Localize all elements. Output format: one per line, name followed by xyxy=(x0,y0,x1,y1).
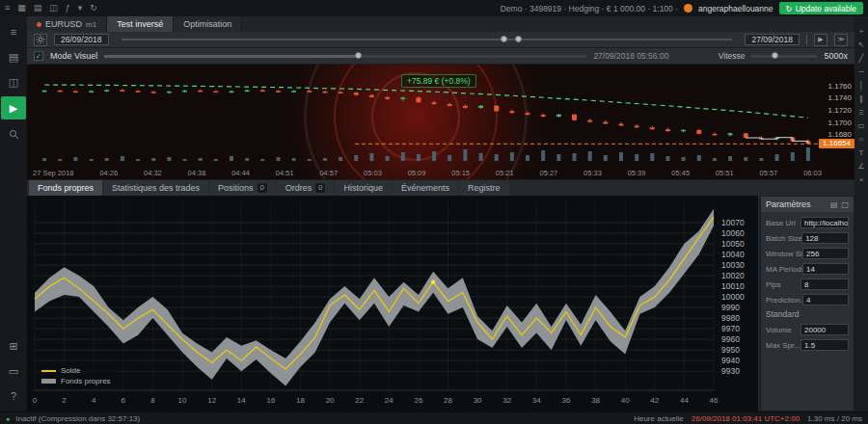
param-input-prediction[interactable]: 4 xyxy=(802,294,849,305)
parameters-header: Paramètres ▤▢ xyxy=(761,197,854,212)
layouts-icon[interactable]: ◫ xyxy=(49,4,58,13)
time-label: 06:03 xyxy=(803,169,822,177)
date-range-slider[interactable] xyxy=(122,39,733,40)
param-row-prediction: Prediction...4 xyxy=(766,294,849,305)
symbol-label: EURUSD xyxy=(45,19,82,29)
avatar[interactable] xyxy=(684,4,692,13)
settings-button[interactable] xyxy=(34,34,47,46)
angle-icon[interactable]: ∠ xyxy=(857,163,864,171)
legend-fp-label: Fonds propres xyxy=(61,376,111,386)
svg-text:0: 0 xyxy=(33,396,38,405)
tab-fonds-propres[interactable]: Fonds propres xyxy=(29,180,102,196)
statusbar-right: Heure actuelle 26/09/2018 01:03:41 UTC+2… xyxy=(634,414,862,423)
journal-icon[interactable]: ◫ xyxy=(2,71,25,93)
apps-icon[interactable]: ⊞ xyxy=(2,335,25,357)
left-sidebar-top: ≡▤◫▶ xyxy=(1,19,26,146)
backtester-icon[interactable]: ▶ xyxy=(1,96,26,119)
param-input-base-url[interactable]: http://localhost:50 xyxy=(800,217,849,228)
svg-text:9970: 9970 xyxy=(721,324,740,333)
time-label: 05:39 xyxy=(628,169,646,177)
main-menu-icon[interactable]: ≡ xyxy=(5,4,10,13)
time-label: 04:57 xyxy=(319,169,338,177)
tab-optimisation[interactable]: Optimisation xyxy=(174,16,242,32)
text-icon[interactable]: T xyxy=(859,149,864,157)
account-info[interactable]: Demo · 3498919 · Hedging · € 1 000.00 · … xyxy=(501,4,678,13)
param-label: Prediction... xyxy=(766,296,802,305)
statusbar: ● Inactif (Compression dans 32:57:13) He… xyxy=(0,411,868,424)
tab-ordres[interactable]: Ordres0 xyxy=(277,180,335,196)
param-label: MA Periods xyxy=(766,265,802,274)
play-button[interactable]: ▶ xyxy=(814,34,827,46)
svg-text:10050: 10050 xyxy=(721,239,745,249)
date-from-input[interactable]: 26/09/2018 xyxy=(54,34,109,45)
playback-progress-slider[interactable] xyxy=(104,55,586,58)
tab-test-inverse[interactable]: Test inversé xyxy=(107,16,174,32)
menu-icon[interactable]: ≡ xyxy=(2,21,25,42)
speed-slider[interactable] xyxy=(751,55,817,58)
tab-evenements[interactable]: Événements xyxy=(393,180,458,196)
param-input-window-size[interactable]: 256 xyxy=(802,248,849,259)
svg-text:9990: 9990 xyxy=(721,303,740,312)
param-input-max-spread[interactable]: 1.5 xyxy=(800,339,849,351)
price-chart[interactable]: +75.89 € (+0.8%) 1.17601.17401.17201.170… xyxy=(27,65,854,179)
time-label: 05:33 xyxy=(583,169,602,177)
svg-text:9950: 9950 xyxy=(721,345,740,355)
visual-mode-checkbox[interactable]: ✓ xyxy=(34,51,43,61)
charts-icon[interactable]: ▤ xyxy=(2,46,25,67)
count-badge: 0 xyxy=(315,183,325,193)
param-input-volume[interactable]: 20000 xyxy=(800,324,849,335)
indicators-icon[interactable]: ƒ xyxy=(66,4,70,13)
svg-text:38: 38 xyxy=(591,396,600,405)
trend-line-icon[interactable]: ╱ xyxy=(859,55,864,63)
refresh-icon[interactable]: ↻ xyxy=(90,4,97,13)
zoom-icon[interactable] xyxy=(2,123,25,145)
svg-text:24: 24 xyxy=(385,396,393,405)
time-axis: 27 Sep 201804:2604:3204:3804:4404:5104:5… xyxy=(33,169,822,177)
cursor-icon[interactable]: ↖ xyxy=(858,41,865,49)
panel-popout-icon[interactable]: ▢ xyxy=(841,200,849,209)
watchlist-icon[interactable]: ▤ xyxy=(34,4,42,13)
remove-drawing-icon[interactable]: × xyxy=(859,176,864,184)
update-button[interactable]: ↻ Update available xyxy=(779,2,863,14)
rectangle-icon[interactable]: ▭ xyxy=(857,122,865,130)
svg-text:22: 22 xyxy=(355,396,364,405)
param-row-ma-periods: MA Periods14 xyxy=(766,263,849,275)
panel-layout-icon[interactable]: ▤ xyxy=(830,200,838,209)
tab-label: Statistiques des trades xyxy=(112,183,200,193)
tab-stats-trades[interactable]: Statistiques des trades xyxy=(103,180,208,196)
horizontal-line-icon[interactable]: ─ xyxy=(858,68,864,76)
progress-handle[interactable] xyxy=(355,52,362,59)
range-handle-end[interactable] xyxy=(515,36,522,42)
help-icon[interactable]: ? xyxy=(2,385,25,407)
username[interactable]: angeraphaellouanne xyxy=(698,4,773,13)
tab-registre[interactable]: Registre xyxy=(459,180,509,196)
param-input-ma-periods[interactable]: 14 xyxy=(802,263,849,275)
chart-legend: Solde Fonds propres xyxy=(37,363,116,388)
parameters-title: Paramètres xyxy=(766,199,811,209)
tab-historique[interactable]: Historique xyxy=(335,180,392,196)
vertical-line-icon[interactable]: │ xyxy=(859,82,864,90)
speed-handle[interactable] xyxy=(772,52,778,59)
param-input-batch-size[interactable]: 128 xyxy=(801,232,849,244)
range-handle-start[interactable] xyxy=(501,36,507,42)
ellipse-icon[interactable]: ○ xyxy=(859,136,864,144)
time-label: 05:57 xyxy=(760,169,778,177)
step-forward-button[interactable]: ≫ xyxy=(834,34,848,46)
svg-text:40: 40 xyxy=(621,396,630,405)
instruments-icon[interactable]: ▦ xyxy=(17,4,26,13)
left-sidebar: ≡▤◫▶ ⊞▭? xyxy=(0,16,27,411)
files-icon[interactable]: ▭ xyxy=(2,360,25,382)
refresh-icon: ↻ xyxy=(786,4,793,13)
crosshair-icon[interactable]: + xyxy=(859,28,864,36)
equity-chart[interactable]: 0246810121416182022242628303234363840424… xyxy=(27,196,758,411)
timeframes-icon[interactable]: ▾ xyxy=(78,4,83,13)
tab-positions[interactable]: Positions0 xyxy=(209,180,276,196)
date-to-input[interactable]: 27/09/2018 xyxy=(745,34,800,45)
equidistant-channel-icon[interactable]: ∥ xyxy=(859,95,863,103)
svg-text:46: 46 xyxy=(710,396,719,405)
param-input-pips[interactable]: 8 xyxy=(800,278,849,290)
fibonacci-icon[interactable]: Ξ xyxy=(858,109,863,117)
tab-eurusd[interactable]: EURUSD m1 xyxy=(27,16,107,32)
current-time-value: 26/09/2018 01:03:41 UTC+2:00 xyxy=(692,414,800,423)
svg-text:10030: 10030 xyxy=(721,260,745,270)
